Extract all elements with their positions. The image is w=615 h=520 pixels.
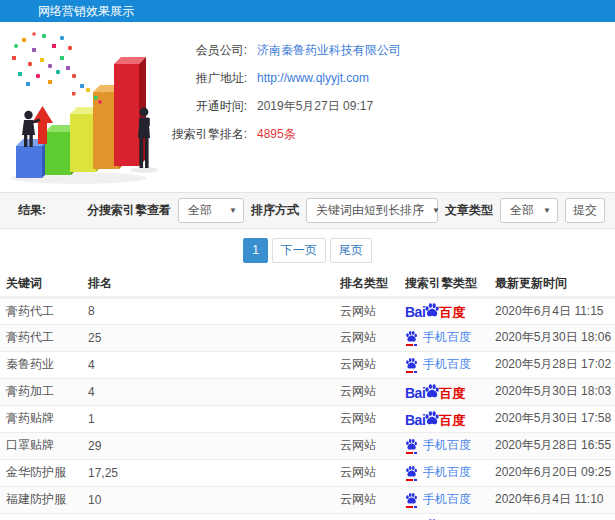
updated-cell: 2020年6月4日 11:10	[495, 486, 615, 513]
rank-type-cell	[340, 513, 405, 520]
engine-cell: Bai百度	[405, 297, 495, 324]
keyword-cell	[0, 513, 88, 520]
submit-button[interactable]: 提交	[565, 198, 605, 223]
table-row: 膏药加工4云网站Bai百度2020年5月30日 18:03	[0, 378, 615, 405]
filter-controls: 分搜索引擎查看 全部 ▼ 排序方式 关键词由短到长排序 ▼ 文章类型 全部 ▼ …	[87, 198, 605, 223]
updated-cell: 2020年5月30日 18:06	[495, 324, 615, 351]
mobile-baidu-label: 手机百度	[423, 464, 471, 481]
baidu-paw-icon	[405, 492, 418, 505]
mobile-baidu-icon	[405, 357, 418, 373]
mobile-baidu-label: 手机百度	[423, 491, 471, 508]
keyword-cell: 金华防护服	[0, 459, 88, 486]
keyword-cell: 膏药贴牌	[0, 405, 88, 432]
table-row: 口罩贴牌29云网站手机百度2020年5月28日 16:55	[0, 432, 615, 459]
marketing-report-page: 网络营销效果展示	[0, 0, 615, 520]
rank-link[interactable]: 17,25	[88, 459, 340, 486]
page-title: 网络营销效果展示	[38, 4, 134, 18]
company-link[interactable]: 济南秦鲁药业科技有限公司	[257, 42, 401, 59]
sort-label: 排序方式	[251, 202, 299, 219]
info-row-open-time: 开通时间: 2019年5月27日 09:17	[157, 92, 401, 120]
mobile-baidu-underline	[406, 344, 417, 346]
rank-type-cell: 云网站	[340, 351, 405, 378]
promo-url-link[interactable]: http://www.qlyyjt.com	[257, 71, 369, 85]
engine-view-select[interactable]: 全部 ▼	[178, 198, 244, 223]
confetti-dots	[12, 32, 102, 104]
keyword-cell: 膏药代工	[0, 324, 88, 351]
chevron-down-icon: ▼	[229, 206, 237, 215]
table-header-col-rank-type: 排名类型	[340, 271, 405, 297]
mobile-baidu-label: 手机百度	[423, 329, 471, 346]
next-page-button[interactable]: 下一页	[272, 238, 326, 263]
baidu-paw-icon	[405, 465, 418, 478]
rank-link[interactable]: 4	[88, 351, 340, 378]
mobile-baidu-logo: 手机百度	[405, 356, 471, 373]
updated-cell: 2020年6月20日 09:25	[495, 459, 615, 486]
baidu-paw-icon	[424, 302, 440, 318]
info-row-rank-count: 搜索引擎排名: 4895条	[157, 120, 401, 148]
keyword-ranking-table: 关键词排名排名类型搜索引擎类型最新更新时间 膏药代工8云网站Bai百度2020年…	[0, 271, 615, 520]
rank-link[interactable]: 25	[88, 324, 340, 351]
table-header-row: 关键词排名排名类型搜索引擎类型最新更新时间	[0, 271, 615, 297]
chevron-down-icon: ▼	[432, 206, 440, 215]
updated-cell: 2020年5月30日 18:03	[495, 378, 615, 405]
company-label: 会员公司:	[157, 42, 247, 59]
keyword-cell: 口罩贴牌	[0, 432, 88, 459]
promo-url-label: 推广地址:	[157, 70, 247, 87]
baidu-paw-icon	[405, 357, 418, 370]
result-label: 结果:	[18, 202, 46, 219]
last-page-button[interactable]: 尾页	[330, 238, 372, 263]
rank-link[interactable]: 1	[88, 405, 340, 432]
article-type-select[interactable]: 全部 ▼	[500, 198, 558, 223]
table-row: 膏药贴牌1云网站Bai百度2020年5月30日 17:58	[0, 405, 615, 432]
baidu-logo-latin: Bai	[405, 386, 425, 400]
baidu-logo: Bai百度	[405, 410, 465, 427]
baidu-paw-icon	[424, 410, 440, 426]
engine-cell: 手机百度	[405, 324, 495, 351]
sort-select[interactable]: 关键词由短到长排序 ▼	[306, 198, 438, 223]
engine-cell: 手机百度	[405, 459, 495, 486]
top-section: 会员公司: 济南秦鲁药业科技有限公司 推广地址: http://www.qlyy…	[0, 22, 615, 192]
baidu-logo-cn: 百度	[439, 414, 465, 427]
member-info-list: 会员公司: 济南秦鲁药业科技有限公司 推广地址: http://www.qlyy…	[157, 36, 401, 148]
info-row-company: 会员公司: 济南秦鲁药业科技有限公司	[157, 36, 401, 64]
engine-cell: 手机百度	[405, 486, 495, 513]
rank-type-cell: 云网站	[340, 297, 405, 324]
engine-cell: Bai百度	[405, 405, 495, 432]
filter-bar: 结果: 分搜索引擎查看 全部 ▼ 排序方式 关键词由短到长排序 ▼ 文章类型 全…	[0, 192, 615, 229]
table-header-col-updated: 最新更新时间	[495, 271, 615, 297]
rank-type-cell: 云网站	[340, 324, 405, 351]
updated-cell: 2020年5月30日 17:58	[495, 405, 615, 432]
open-time-value: 2019年5月27日 09:17	[257, 98, 373, 115]
engine-cell: Bai百度	[405, 378, 495, 405]
rank-type-cell: 云网站	[340, 432, 405, 459]
sort-selected: 关键词由短到长排序	[316, 202, 424, 219]
mobile-baidu-logo: 手机百度	[405, 491, 471, 508]
rank-link[interactable]: 10	[88, 486, 340, 513]
rank-type-cell: 云网站	[340, 486, 405, 513]
baidu-logo-cn: 百度	[439, 306, 465, 319]
baidu-paw-icon	[405, 438, 418, 451]
page-1-button[interactable]: 1	[243, 238, 268, 263]
mobile-baidu-icon	[405, 465, 418, 481]
rank-link[interactable]	[88, 513, 340, 520]
keyword-cell: 福建防护服	[0, 486, 88, 513]
baidu-logo: Bai百度	[405, 383, 465, 400]
rank-link[interactable]: 8	[88, 297, 340, 324]
engine-cell: Bai百度	[405, 513, 495, 520]
updated-cell	[495, 513, 615, 520]
baidu-logo-latin: Bai	[405, 305, 425, 319]
rank-type-cell: 云网站	[340, 405, 405, 432]
rank-count-value: 4895条	[257, 126, 296, 143]
table-row: 膏药代工25云网站手机百度2020年5月30日 18:06	[0, 324, 615, 351]
updated-cell: 2020年6月4日 11:15	[495, 297, 615, 324]
rank-count-label: 搜索引擎排名:	[157, 126, 247, 143]
rank-type-cell: 云网站	[340, 459, 405, 486]
open-time-label: 开通时间:	[157, 98, 247, 115]
baidu-logo: Bai百度	[405, 302, 465, 319]
rank-link[interactable]: 4	[88, 378, 340, 405]
baidu-paw-icon	[424, 383, 440, 399]
rank-type-cell: 云网站	[340, 378, 405, 405]
growth-bar-chart-image	[4, 28, 176, 186]
mobile-baidu-logo: 手机百度	[405, 329, 471, 346]
rank-link[interactable]: 29	[88, 432, 340, 459]
